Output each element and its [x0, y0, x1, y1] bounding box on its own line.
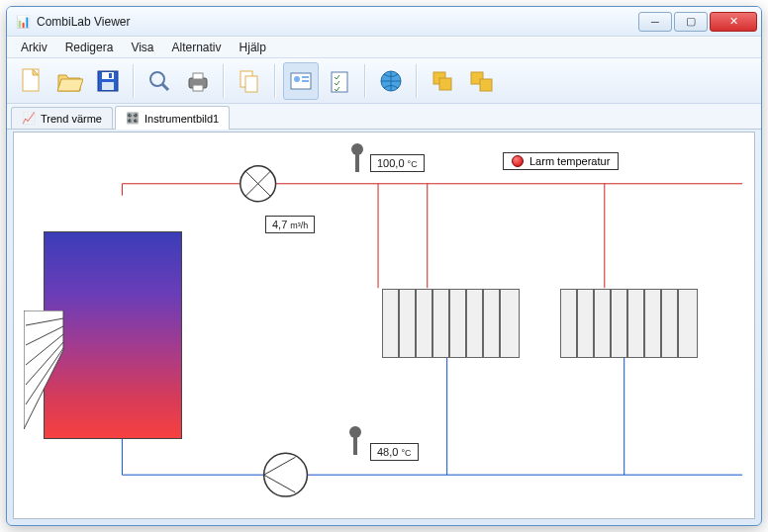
floppy-icon: [95, 68, 121, 94]
svg-rect-14: [302, 76, 309, 78]
minimize-button[interactable]: ─: [638, 12, 672, 32]
window-title: CombiLab Viewer: [37, 15, 636, 29]
svg-rect-8: [193, 73, 203, 79]
svg-rect-19: [439, 78, 451, 90]
tile-windows-button[interactable]: [463, 62, 499, 100]
menu-alternativ[interactable]: Alternativ: [164, 39, 230, 56]
probe-supply-icon: [348, 142, 366, 176]
valve-symbol: [240, 166, 276, 202]
design-panel-button[interactable]: [283, 62, 319, 100]
svg-point-5: [150, 72, 164, 86]
svg-rect-15: [302, 80, 309, 82]
svg-rect-28: [355, 152, 359, 172]
print-button[interactable]: [180, 62, 216, 100]
probe-return-icon: [346, 425, 364, 459]
svg-rect-4: [109, 73, 112, 78]
copy-button[interactable]: [232, 62, 267, 100]
supply-temp-unit: °C: [408, 159, 418, 169]
file-icon: [19, 67, 43, 95]
cascade-icon: [430, 68, 455, 94]
alarm-label: Larm temperatur: [529, 155, 610, 167]
app-icon: 📊: [15, 14, 31, 30]
magnifier-icon: [146, 68, 172, 94]
tab-instrumentbild[interactable]: 🎛️ Instrumentbild1: [115, 106, 230, 130]
return-temp-unit: °C: [401, 448, 411, 458]
canvas-wrap: 100,0 °C 4,7 m³/h 48,0 °C Larm temperatu…: [13, 132, 755, 519]
cascade-windows-button[interactable]: [425, 62, 460, 100]
return-temp-readout: 48,0 °C: [370, 443, 419, 461]
menubar: Arkiv Redigera Visa Alternativ Hjälp: [7, 37, 761, 58]
flow-readout: 4,7 m³/h: [265, 216, 315, 233]
radiator-1: [382, 289, 521, 358]
panel-icon: [288, 68, 314, 94]
flow-unit: m³/h: [290, 221, 308, 230]
svg-point-13: [294, 76, 300, 82]
svg-point-26: [264, 453, 308, 496]
web-button[interactable]: [373, 62, 409, 100]
tab-label: Instrumentbild1: [144, 113, 219, 125]
alarm-led-icon: [512, 155, 524, 167]
supply-temp-readout: 100,0 °C: [370, 154, 425, 172]
svg-line-6: [162, 84, 168, 90]
boiler-burner-icon: [24, 310, 73, 439]
menu-hjalp[interactable]: Hjälp: [232, 39, 274, 56]
tab-label: Trend värme: [41, 113, 102, 125]
chart-icon: 📈: [22, 112, 36, 126]
svg-rect-3: [102, 82, 114, 90]
titlebar: 📊 CombiLab Viewer ─ ▢ ✕: [7, 7, 761, 37]
menu-visa[interactable]: Visa: [123, 39, 161, 56]
svg-marker-31: [24, 310, 63, 429]
toolbar: [7, 58, 761, 104]
zoom-button[interactable]: [142, 62, 177, 100]
app-window: 📊 CombiLab Viewer ─ ▢ ✕ Arkiv Redigera V…: [6, 6, 762, 526]
radiator-2: [560, 289, 699, 358]
folder-open-icon: [55, 67, 83, 95]
open-folder-button[interactable]: [51, 62, 87, 100]
maximize-button[interactable]: ▢: [674, 12, 708, 32]
menu-arkiv[interactable]: Arkiv: [13, 39, 55, 56]
tile-icon: [468, 68, 494, 94]
copy-icon: [237, 68, 262, 94]
svg-rect-21: [480, 79, 492, 91]
pump-symbol: [264, 453, 308, 496]
gauge-icon: 🎛️: [126, 112, 140, 126]
supply-temp-value: 100,0: [377, 157, 405, 169]
save-button[interactable]: [90, 62, 126, 100]
tab-trend-varme[interactable]: 📈 Trend värme: [11, 107, 113, 129]
globe-icon: [378, 68, 404, 94]
diagram-canvas[interactable]: 100,0 °C 4,7 m³/h 48,0 °C Larm temperatu…: [14, 133, 754, 518]
menu-redigera[interactable]: Redigera: [57, 39, 122, 56]
checklist-icon: [327, 68, 352, 94]
svg-rect-30: [353, 435, 357, 455]
svg-rect-9: [193, 85, 203, 91]
alarm-indicator: Larm temperatur: [503, 152, 619, 170]
tabbar: 📈 Trend värme 🎛️ Instrumentbild1: [7, 104, 761, 130]
flow-value: 4,7: [272, 219, 287, 230]
checklist-button[interactable]: [322, 62, 357, 100]
return-temp-value: 48,0: [377, 446, 398, 458]
svg-rect-11: [245, 76, 257, 92]
new-file-button[interactable]: [13, 62, 48, 100]
close-button[interactable]: ✕: [710, 12, 757, 32]
printer-icon: [185, 68, 211, 94]
svg-rect-2: [102, 72, 114, 79]
